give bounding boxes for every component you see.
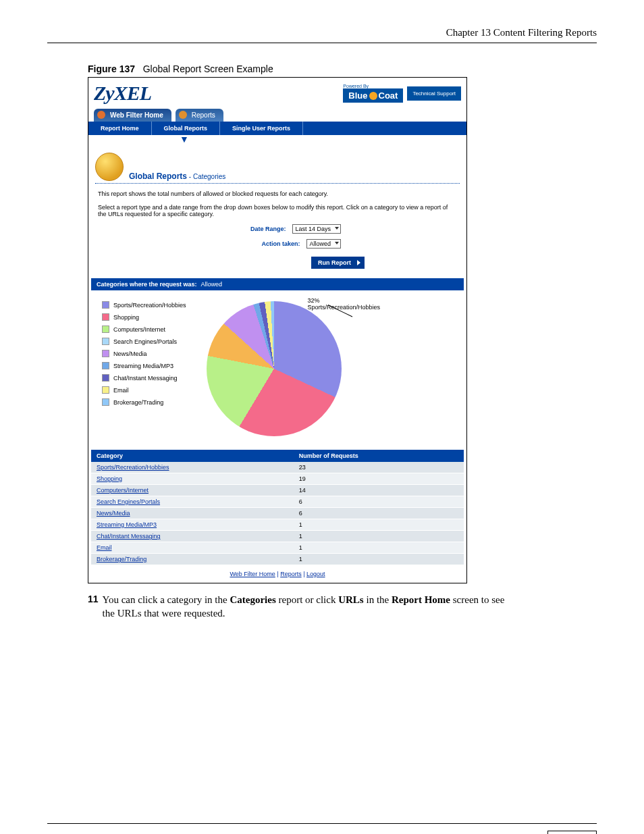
pie-slice-callout: 32% Sports/Recreation/Hobbies (308, 297, 381, 311)
tab-web-filter-home[interactable]: Web Filter Home (94, 109, 171, 122)
globe-icon (95, 153, 124, 181)
action-taken-label: Action taken: (261, 240, 300, 247)
table-row: Email1 (91, 542, 464, 554)
table-row: Chat/Instant Messaging1 (91, 531, 464, 542)
table-row: Computers/Internet14 (91, 485, 464, 496)
footer-links: Web Filter Home | Reports | Logout (88, 565, 466, 583)
section-subtitle: - Categories (189, 173, 225, 180)
legend-label: Email (113, 387, 129, 394)
legend-label: Streaming Media/MP3 (113, 363, 173, 369)
category-link[interactable]: Search Engines/Portals (91, 496, 294, 508)
legend-item: Shopping (102, 313, 186, 321)
date-range-label: Date Range: (250, 226, 286, 232)
figure-label: Figure 137 (88, 63, 135, 74)
legend-swatch (102, 325, 109, 333)
request-count: 6 (294, 496, 464, 508)
footer-link-reports[interactable]: Reports (280, 571, 302, 577)
legend-swatch (102, 386, 109, 394)
table-row: Shopping19 (91, 473, 464, 485)
footer-link-home[interactable]: Web Filter Home (230, 571, 275, 577)
request-count: 1 (294, 519, 464, 531)
request-count: 1 (294, 542, 464, 554)
categories-bar: Categories where the request was:Allowed (91, 278, 464, 290)
legend-label: Shopping (113, 314, 139, 321)
table-row: Sports/Recreation/Hobbies23 (91, 462, 464, 473)
legend-label: News/Media (113, 350, 147, 357)
tab-reports[interactable]: Reports (176, 109, 223, 122)
description-line-2: Select a report type and a date range fr… (98, 204, 457, 217)
figure-title: Global Report Screen Example (143, 63, 273, 74)
legend-item: Computers/Internet (102, 325, 186, 333)
category-link[interactable]: News/Media (91, 508, 294, 519)
legend-swatch (102, 338, 109, 345)
page-number: 253 (547, 831, 597, 835)
subnav-global-reports[interactable]: Global Reports (152, 122, 221, 135)
legend-item: Brokerage/Trading (102, 398, 186, 406)
legend-item: News/Media (102, 350, 186, 357)
legend-item: Chat/Instant Messaging (102, 374, 186, 382)
legend-item: Search Engines/Portals (102, 338, 186, 345)
pie-chart (207, 301, 342, 436)
description-line-1: This report shows the total numbers of a… (98, 190, 457, 197)
bluecoat-logo: BlueCoat (343, 88, 403, 103)
legend-swatch (102, 374, 109, 382)
category-link[interactable]: Sports/Recreation/Hobbies (91, 462, 294, 473)
request-count: 1 (294, 554, 464, 565)
page-header: Chapter 13 Content Filtering Reports (47, 27, 597, 43)
table-row: News/Media6 (91, 508, 464, 519)
figure-caption: Figure 137 Global Report Screen Example (88, 63, 597, 74)
legend-swatch (102, 301, 109, 309)
table-row: Search Engines/Portals6 (91, 496, 464, 508)
screenshot-frame: ZyXEL Powered By BlueCoat Technical Supp… (88, 77, 467, 583)
th-category: Category (91, 450, 294, 462)
subnav-report-home[interactable]: Report Home (88, 122, 152, 135)
reports-icon (179, 111, 187, 119)
legend-label: Search Engines/Portals (113, 338, 177, 345)
category-link[interactable]: Shopping (91, 473, 294, 485)
legend-label: Sports/Recreation/Hobbies (113, 302, 186, 309)
request-count: 6 (294, 508, 464, 519)
footer-link-logout[interactable]: Logout (306, 571, 325, 577)
category-link[interactable]: Computers/Internet (91, 485, 294, 496)
category-link[interactable]: Email (91, 542, 294, 554)
table-row: Streaming Media/MP31 (91, 519, 464, 531)
category-table: Category Number of Requests Sports/Recre… (91, 450, 464, 565)
step-number: 11 (88, 593, 99, 621)
run-report-button[interactable]: Run Report (311, 257, 365, 269)
subnav: Report Home Global Reports Single User R… (88, 122, 466, 135)
request-count: 19 (294, 473, 464, 485)
legend-label: Brokerage/Trading (113, 399, 163, 406)
request-count: 1 (294, 531, 464, 542)
category-link[interactable]: Chat/Instant Messaging (91, 531, 294, 542)
action-taken-select[interactable]: Allowed (306, 239, 341, 249)
legend-swatch (102, 350, 109, 357)
chart-legend: Sports/Recreation/HobbiesShoppingCompute… (102, 301, 186, 436)
legend-swatch (102, 398, 109, 406)
th-requests: Number of Requests (294, 450, 464, 462)
technical-support-button[interactable]: Technical Support (407, 86, 461, 101)
sun-icon (369, 92, 377, 100)
request-count: 14 (294, 485, 464, 496)
category-link[interactable]: Streaming Media/MP3 (91, 519, 294, 531)
table-row: Brokerage/Trading1 (91, 554, 464, 565)
powered-by-label: Powered By (343, 84, 400, 88)
instruction-step-11: 11 You can click a category in the Categ… (88, 593, 506, 621)
home-icon (97, 111, 105, 119)
legend-swatch (102, 362, 109, 369)
legend-item: Streaming Media/MP3 (102, 362, 186, 369)
category-link[interactable]: Brokerage/Trading (91, 554, 294, 565)
subnav-single-user-reports[interactable]: Single User Reports (220, 122, 303, 135)
legend-label: Computers/Internet (113, 326, 165, 333)
section-title: Global Reports (129, 172, 187, 181)
legend-label: Chat/Instant Messaging (113, 375, 178, 382)
legend-swatch (102, 313, 109, 321)
legend-item: Email (102, 386, 186, 394)
zyxel-logo: ZyXEL (94, 82, 151, 105)
date-range-select[interactable]: Last 14 Days (292, 224, 341, 234)
legend-item: Sports/Recreation/Hobbies (102, 301, 186, 309)
request-count: 23 (294, 462, 464, 473)
